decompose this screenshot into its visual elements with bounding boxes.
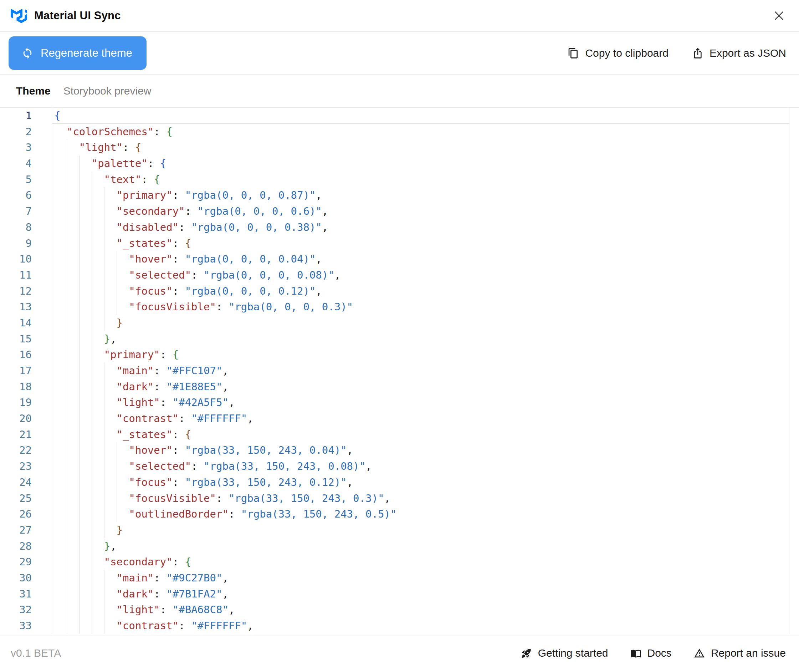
- line-number: 27: [0, 522, 32, 538]
- export-as-json-button[interactable]: Export as JSON: [692, 47, 786, 59]
- indent-guide: [79, 299, 80, 315]
- indent-guide: [67, 395, 67, 411]
- code-line[interactable]: "disabled": "rgba(0, 0, 0, 0.38)",: [52, 219, 789, 235]
- regenerate-theme-label: Regenerate theme: [41, 47, 132, 59]
- indent-guide: [67, 586, 67, 602]
- tab-theme[interactable]: Theme: [16, 85, 51, 97]
- code-token: :: [229, 508, 241, 520]
- code-token: ,: [366, 460, 372, 472]
- close-button[interactable]: [771, 8, 787, 24]
- indent-guide: [104, 458, 104, 474]
- code-token: ,: [322, 221, 328, 233]
- code-lines[interactable]: { "colorSchemes": { "light": { "palette"…: [52, 108, 789, 634]
- code-line[interactable]: "dark": "#7B1FA2",: [52, 586, 789, 602]
- line-number: 20: [0, 411, 32, 427]
- indent-guide: [67, 235, 67, 251]
- indent-guide: [92, 315, 92, 331]
- indent-guide: [117, 283, 117, 299]
- line-number: 15: [0, 331, 32, 347]
- docs-label: Docs: [647, 647, 672, 659]
- code-token: ,: [347, 476, 353, 488]
- code-line[interactable]: "text": {: [52, 171, 789, 187]
- report-an-issue-link[interactable]: Report an issue: [694, 647, 786, 659]
- code-line[interactable]: "primary": "rgba(0, 0, 0, 0.87)",: [52, 187, 789, 203]
- indent-guide: [92, 251, 92, 267]
- indent-guide: [67, 618, 67, 634]
- indent-guide: [79, 395, 80, 411]
- code-token: :: [173, 237, 185, 249]
- code-line[interactable]: "primary": {: [52, 347, 789, 363]
- code-line[interactable]: }: [52, 315, 789, 331]
- theme-json-editor[interactable]: 1234567891011121314151617181920212223242…: [0, 107, 799, 634]
- indent-guide: [92, 458, 92, 474]
- code-line[interactable]: "_states": {: [52, 427, 789, 443]
- line-number: 23: [0, 458, 32, 474]
- indent-guide: [67, 315, 67, 331]
- code-line[interactable]: "_states": {: [52, 235, 789, 251]
- code-token: "primary": [104, 349, 160, 361]
- indent-guide: [79, 570, 80, 586]
- code-line[interactable]: "focusVisible": "rgba(0, 0, 0, 0.3)": [52, 299, 789, 315]
- indent-guide: [92, 395, 92, 411]
- code-line[interactable]: "dark": "#1E88E5",: [52, 379, 789, 395]
- code-line[interactable]: "contrast": "#FFFFFF",: [52, 411, 789, 427]
- code-line[interactable]: "palette": {: [52, 155, 789, 171]
- book-icon: [630, 648, 641, 659]
- code-token: {: [185, 556, 191, 568]
- code-line[interactable]: },: [52, 538, 789, 554]
- code-line[interactable]: },: [52, 331, 789, 347]
- indent-guide: [79, 251, 80, 267]
- line-number: 33: [0, 618, 32, 634]
- code-line[interactable]: "contrast": "#FFFFFF",: [52, 618, 789, 634]
- code-token: {: [185, 237, 191, 249]
- code-line[interactable]: "hover": "rgba(33, 150, 243, 0.04)",: [52, 442, 789, 458]
- indent-guide: [67, 554, 67, 570]
- code-line[interactable]: "focus": "rgba(33, 150, 243, 0.12)",: [52, 474, 789, 490]
- code-line[interactable]: "secondary": "rgba(0, 0, 0, 0.6)",: [52, 203, 789, 219]
- code-token: "rgba(33, 150, 243, 0.3)": [229, 492, 384, 504]
- code-line[interactable]: "colorSchemes": {: [52, 124, 789, 140]
- indent-guide: [92, 490, 92, 507]
- code-line[interactable]: "selected": "rgba(33, 150, 243, 0.08)",: [52, 458, 789, 474]
- indent-guide: [104, 267, 104, 283]
- tab-storybook-preview[interactable]: Storybook preview: [64, 85, 152, 97]
- line-number: 22: [0, 442, 32, 458]
- indent-guide: [104, 411, 104, 427]
- code-token: ,: [334, 269, 340, 281]
- copy-to-clipboard-button[interactable]: Copy to clipboard: [567, 47, 668, 59]
- window-header: Material UI Sync: [0, 0, 799, 32]
- code-token: :: [141, 173, 153, 186]
- window-title: Material UI Sync: [34, 9, 121, 22]
- indent-guide: [92, 427, 92, 443]
- code-token: "main": [117, 572, 154, 584]
- code-line[interactable]: {: [52, 108, 789, 124]
- code-token: "rgba(0, 0, 0, 0.87)": [185, 189, 316, 201]
- code-line[interactable]: "light": "#BA68C8",: [52, 602, 789, 618]
- close-icon: [773, 10, 785, 22]
- line-number: 16: [0, 347, 32, 363]
- indent-guide: [79, 586, 80, 602]
- regenerate-theme-button[interactable]: Regenerate theme: [8, 37, 147, 70]
- code-token: ,: [222, 365, 228, 377]
- code-line[interactable]: "secondary": {: [52, 554, 789, 570]
- indent-guide: [67, 411, 67, 427]
- code-line[interactable]: "main": "#9C27B0",: [52, 570, 789, 586]
- code-line[interactable]: "main": "#FFC107",: [52, 363, 789, 379]
- code-line[interactable]: "light": "#42A5F5",: [52, 395, 789, 411]
- mui-logo-icon: [11, 8, 27, 23]
- code-line[interactable]: "focusVisible": "rgba(33, 150, 243, 0.3)…: [52, 490, 789, 507]
- code-line[interactable]: "selected": "rgba(0, 0, 0, 0.08)",: [52, 267, 789, 283]
- code-token: :: [153, 381, 166, 393]
- code-token: {: [185, 429, 191, 440]
- code-line[interactable]: "light": {: [52, 139, 789, 155]
- code-line[interactable]: "focus": "rgba(0, 0, 0, 0.12)",: [52, 283, 789, 299]
- indent-guide: [117, 267, 117, 283]
- docs-link[interactable]: Docs: [630, 647, 672, 659]
- export-as-json-label: Export as JSON: [710, 47, 786, 59]
- getting-started-link[interactable]: Getting started: [521, 647, 608, 659]
- code-line[interactable]: }: [52, 522, 789, 538]
- indent-guide: [117, 442, 117, 458]
- toolbar: Regenerate theme Copy to clipboard Expor…: [0, 32, 799, 75]
- code-line[interactable]: "outlinedBorder": "rgba(33, 150, 243, 0.…: [52, 506, 789, 522]
- code-line[interactable]: "hover": "rgba(0, 0, 0, 0.04)",: [52, 251, 789, 267]
